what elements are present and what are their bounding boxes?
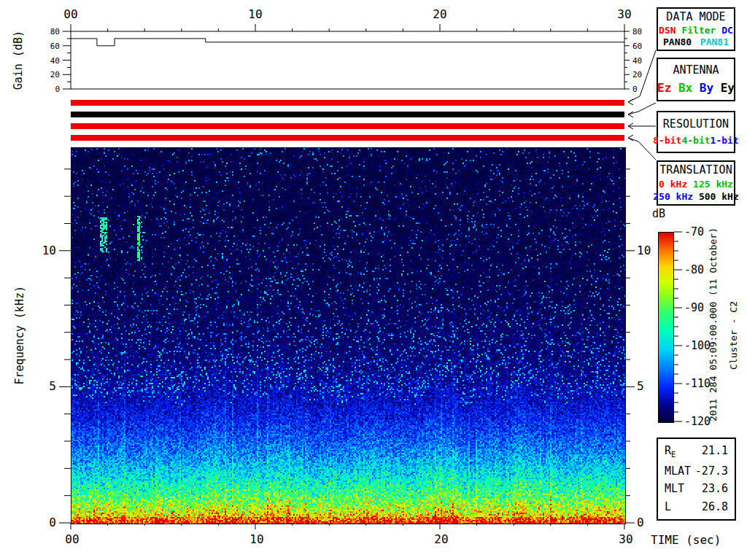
- ephemeris-table: RE 21.1 MLAT -27.3 MLT 23.6 L 26.8: [657, 438, 736, 521]
- gain-ytick-label-right: 80: [632, 28, 642, 36]
- datetime-annotation-wrap: 2011 284 05:09:00.000 (11 October): [706, 225, 719, 424]
- ephemeris-value: -27.3: [695, 466, 728, 477]
- ephemeris-row-l: L 26.8: [658, 502, 735, 513]
- antenna-bx: Bx: [678, 82, 692, 94]
- time-xtick-label: 30: [619, 534, 632, 545]
- antenna-status-bar: [71, 112, 624, 117]
- freq-ytick-label-right: 10: [637, 245, 651, 257]
- gain-xtick-label: 00: [63, 9, 77, 20]
- frequency-axis-title: Frequency (kHz): [15, 286, 26, 384]
- translation-legend-box: TRANSLATION 0 kHz 125 kHz 250 kHz 500 kH…: [657, 160, 735, 206]
- colorbar-tick-label: -100: [684, 341, 711, 351]
- time-xtick-label: 20: [434, 534, 448, 545]
- gain-axis-title-wrap: Gain (dB): [10, 31, 26, 89]
- freq-ytick-label-right: 5: [637, 381, 644, 392]
- resolution-legend-box: RESOLUTION 8-bit4-bit1-bit: [657, 111, 735, 153]
- ephemeris-label: MLT: [665, 483, 684, 494]
- wbd-spectrogram-page: Gain (dB) Frequency (kHz) TIME (sec) dB …: [0, 0, 747, 560]
- gain-ytick-label-right: 0: [632, 85, 638, 93]
- gain-ytick-label-right: 60: [632, 42, 642, 50]
- trans-0khz: 0 kHz: [659, 179, 687, 189]
- colorbar-gradient: [658, 232, 674, 423]
- gain-ytick-label-left: 40: [50, 56, 60, 64]
- mode-pan81: PAN81: [700, 37, 729, 47]
- trans-500khz: 500 kHz: [699, 192, 739, 201]
- legend-pointer-line: [628, 138, 656, 160]
- res-8bit: 8-bit: [653, 136, 681, 145]
- translation-row-1: 0 kHz 125 kHz: [658, 179, 734, 189]
- gain-ytick-label-left: 20: [50, 71, 60, 79]
- ephemeris-row-mlt: MLT 23.6: [658, 483, 735, 494]
- freq-ytick-label-left: 0: [49, 517, 56, 529]
- trans-250khz: 250 kHz: [653, 192, 693, 201]
- mode-filter: Filter: [681, 26, 716, 35]
- gain-xtick-label: 10: [248, 9, 262, 20]
- gain-ytick-label-left: 80: [50, 28, 60, 36]
- gain-ytick-label-right: 20: [632, 71, 642, 79]
- gain-ytick-label-left: 0: [55, 85, 60, 93]
- ephemeris-label: RE: [665, 446, 676, 459]
- res-1bit: 1-bit: [711, 136, 739, 145]
- ephemeris-value: 21.1: [702, 446, 728, 459]
- colorbar-tick-label: -110: [684, 378, 711, 389]
- mode-dsn: DSN: [659, 26, 676, 35]
- spacecraft-annotation-wrap: Cluster - C2: [727, 277, 740, 394]
- ephemeris-row-re: RE 21.1: [658, 446, 735, 459]
- data-mode-row-1: DSN Filter DC: [658, 26, 734, 35]
- time-xtick-label: 00: [65, 534, 79, 545]
- translation-title: TRANSLATION: [659, 165, 732, 176]
- colorbar-tick-label: -120: [684, 416, 711, 427]
- gain-line-series: [71, 39, 624, 46]
- ephemeris-value: 23.6: [702, 483, 728, 494]
- antenna-row: Ez Bx By Ey: [658, 82, 734, 94]
- resolution-row: 8-bit4-bit1-bit: [658, 136, 734, 145]
- antenna-ez: Ez: [657, 82, 671, 94]
- gain-xtick-label: 30: [617, 9, 631, 20]
- arrowhead-icon: [628, 123, 633, 129]
- colorbar-title: dB: [652, 209, 665, 219]
- spectrogram-heatmap: [71, 147, 626, 524]
- antenna-title: ANTENNA: [673, 65, 719, 76]
- data-mode-status-bar: [71, 100, 624, 106]
- colorbar-tick-label: -90: [684, 303, 704, 314]
- gain-xtick-label: 20: [433, 9, 446, 20]
- frequency-axis-title-wrap: Frequency (kHz): [12, 147, 28, 523]
- gain-plot-frame: [71, 31, 624, 89]
- gain-axis-title: Gain (dB): [13, 31, 24, 90]
- antenna-by: By: [700, 82, 713, 94]
- trans-125khz: 125 kHz: [693, 179, 733, 189]
- arrowhead-icon: [628, 112, 633, 117]
- gain-ytick-label-right: 40: [632, 56, 642, 64]
- freq-ytick-label-left: 10: [42, 245, 56, 257]
- legend-pointer-line: [628, 103, 656, 114]
- arrowhead-icon: [628, 135, 633, 141]
- ephemeris-label: L: [665, 502, 671, 513]
- translation-status-bar: [71, 135, 624, 141]
- freq-ytick-label-right: 0: [637, 517, 644, 529]
- arrowhead-icon: [628, 99, 633, 105]
- translation-row-2: 250 kHz 500 kHz: [658, 192, 734, 201]
- freq-ytick-label-left: 5: [49, 381, 56, 392]
- res-4bit: 4-bit: [681, 136, 710, 145]
- ephemeris-label: MLAT: [665, 466, 691, 477]
- time-xtick-label: 10: [249, 534, 263, 545]
- mode-pan80: PAN80: [663, 37, 692, 47]
- mode-dc: DC: [721, 26, 733, 35]
- resolution-title: RESOLUTION: [663, 119, 729, 130]
- ephemeris-row-mlat: MLAT -27.3: [658, 466, 735, 477]
- colorbar-tick-label: -80: [684, 265, 704, 276]
- colorbar-tick-label: -70: [684, 227, 704, 238]
- antenna-ey: Ey: [721, 82, 735, 94]
- resolution-status-bar: [71, 123, 624, 129]
- gain-ytick-label-left: 60: [50, 42, 60, 50]
- data-mode-legend-box: DATA MODE DSN Filter DC PAN80PAN81: [657, 7, 735, 51]
- ephemeris-value: 26.8: [702, 502, 728, 513]
- data-mode-row-2: PAN80PAN81: [658, 37, 734, 47]
- datetime-annotation: 2011 284 05:09:00.000 (11 October): [708, 228, 718, 421]
- antenna-legend-box: ANTENNA Ez Bx By Ey: [657, 58, 735, 101]
- data-mode-title: DATA MODE: [666, 12, 725, 23]
- spacecraft-annotation: Cluster - C2: [729, 301, 738, 370]
- time-axis-title: TIME (sec): [651, 534, 721, 546]
